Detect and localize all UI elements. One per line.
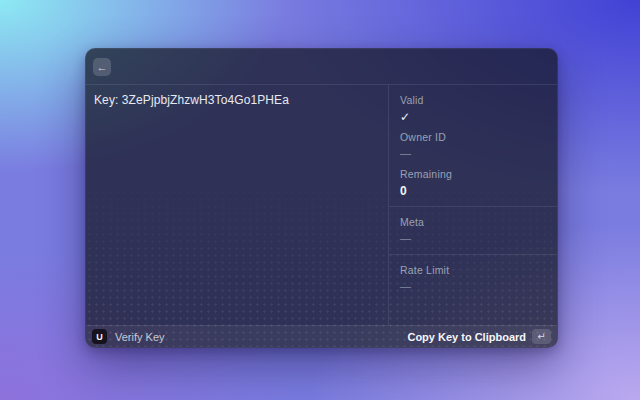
field-valid: Valid ✓ [400, 94, 546, 124]
field-meta-value: — [400, 232, 546, 246]
detail-pane: Valid ✓ Owner ID — Remaining 0 Meta — [388, 85, 557, 325]
field-remaining-value: 0 [400, 184, 546, 198]
back-button[interactable]: ← [93, 58, 111, 76]
field-remaining: Remaining 0 [400, 168, 546, 198]
dialog-body: Key: 3ZePjpbjZhzwH3To4Go1PHEa Valid ✓ Ow… [86, 85, 557, 325]
back-arrow-icon: ← [97, 58, 108, 76]
verify-key-button[interactable]: U Verify Key [92, 329, 165, 344]
detail-section-meta: Meta — [389, 207, 557, 255]
field-remaining-label: Remaining [400, 168, 546, 180]
field-rate-limit-label: Rate Limit [400, 264, 546, 276]
detail-section-rate-limit: Rate Limit — [389, 255, 557, 325]
field-rate-limit-value: — [400, 280, 546, 294]
verify-key-label: Verify Key [115, 331, 165, 343]
field-meta: Meta — [400, 216, 546, 246]
copy-key-button[interactable]: Copy Key to Clipboard ↵ [407, 329, 551, 344]
dialog-footer: U Verify Key Copy Key to Clipboard ↵ [86, 325, 557, 347]
valid-check-icon: ✓ [400, 110, 546, 124]
field-owner-id-label: Owner ID [400, 131, 546, 143]
detail-section-status: Valid ✓ Owner ID — Remaining 0 [389, 85, 557, 207]
key-verification-dialog: ← Key: 3ZePjpbjZhzwH3To4Go1PHEa Valid ✓ … [85, 48, 558, 348]
field-rate-limit: Rate Limit — [400, 264, 546, 294]
field-valid-label: Valid [400, 94, 546, 106]
copy-key-label: Copy Key to Clipboard [407, 331, 526, 343]
field-owner-id: Owner ID — [400, 131, 546, 161]
enter-key-icon: ↵ [532, 329, 551, 344]
field-owner-id-value: — [400, 147, 546, 161]
unkey-logo-icon: U [92, 329, 107, 344]
key-display: Key: 3ZePjpbjZhzwH3To4Go1PHEa [94, 93, 380, 107]
field-meta-label: Meta [400, 216, 546, 228]
key-pane: Key: 3ZePjpbjZhzwH3To4Go1PHEa [86, 85, 388, 325]
dialog-titlebar: ← [86, 49, 557, 85]
